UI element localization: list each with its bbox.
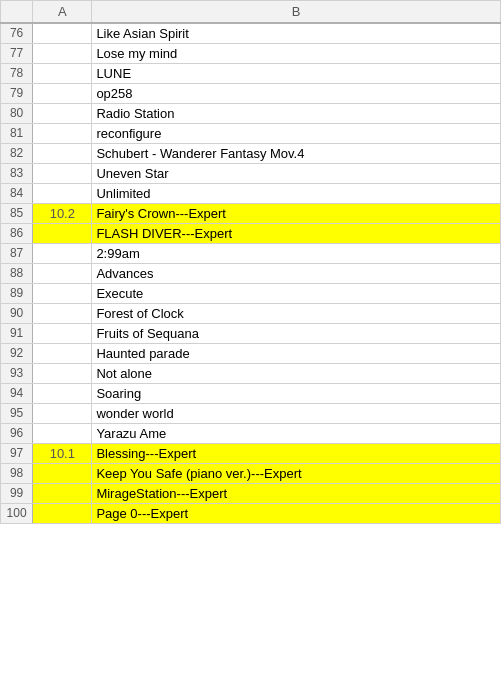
table-row: 86FLASH DIVER---Expert (1, 223, 501, 243)
cell-a[interactable] (33, 463, 92, 483)
table-row: 99MirageStation---Expert (1, 483, 501, 503)
table-row: 93Not alone (1, 363, 501, 383)
table-row: 91Fruits of Sequana (1, 323, 501, 343)
cell-b[interactable]: wonder world (92, 403, 501, 423)
row-number: 82 (1, 143, 33, 163)
row-number: 83 (1, 163, 33, 183)
cell-a[interactable] (33, 163, 92, 183)
cell-a[interactable] (33, 483, 92, 503)
table-row: 9710.1Blessing---Expert (1, 443, 501, 463)
cell-a[interactable] (33, 403, 92, 423)
table-row: 94Soaring (1, 383, 501, 403)
cell-b[interactable]: LUNE (92, 63, 501, 83)
cell-a[interactable] (33, 503, 92, 523)
row-number: 87 (1, 243, 33, 263)
row-number: 98 (1, 463, 33, 483)
row-number: 81 (1, 123, 33, 143)
cell-a[interactable] (33, 43, 92, 63)
cell-b[interactable]: Soaring (92, 383, 501, 403)
table-row: 80Radio Station (1, 103, 501, 123)
row-number: 100 (1, 503, 33, 523)
cell-a[interactable] (33, 283, 92, 303)
table-row: 8510.2Fairy's Crown---Expert (1, 203, 501, 223)
cell-a[interactable] (33, 363, 92, 383)
header-col-b[interactable]: B (92, 1, 501, 23)
table-row: 78LUNE (1, 63, 501, 83)
table-row: 96Yarazu Ame (1, 423, 501, 443)
cell-a[interactable] (33, 383, 92, 403)
header-col-a[interactable]: A (33, 1, 92, 23)
row-number: 96 (1, 423, 33, 443)
table-row: 79op258 (1, 83, 501, 103)
row-number: 97 (1, 443, 33, 463)
table-row: 83Uneven Star (1, 163, 501, 183)
cell-b[interactable]: Forest of Clock (92, 303, 501, 323)
table-row: 100Page 0---Expert (1, 503, 501, 523)
cell-b[interactable]: Blessing---Expert (92, 443, 501, 463)
cell-a[interactable] (33, 83, 92, 103)
row-number: 84 (1, 183, 33, 203)
cell-b[interactable]: Page 0---Expert (92, 503, 501, 523)
table-row: 95wonder world (1, 403, 501, 423)
cell-b[interactable]: Radio Station (92, 103, 501, 123)
cell-a[interactable] (33, 323, 92, 343)
cell-a[interactable] (33, 123, 92, 143)
cell-a[interactable] (33, 223, 92, 243)
table-row: 872:99am (1, 243, 501, 263)
cell-b[interactable]: Like Asian Spirit (92, 23, 501, 44)
row-number: 80 (1, 103, 33, 123)
cell-b[interactable]: Not alone (92, 363, 501, 383)
cell-a[interactable] (33, 103, 92, 123)
cell-a[interactable] (33, 63, 92, 83)
cell-b[interactable]: Fruits of Sequana (92, 323, 501, 343)
header-rownum (1, 1, 33, 23)
cell-b[interactable]: Yarazu Ame (92, 423, 501, 443)
row-number: 89 (1, 283, 33, 303)
cell-b[interactable]: Advances (92, 263, 501, 283)
row-number: 78 (1, 63, 33, 83)
row-number: 76 (1, 23, 33, 44)
cell-b[interactable]: Fairy's Crown---Expert (92, 203, 501, 223)
cell-b[interactable]: reconfigure (92, 123, 501, 143)
cell-b[interactable]: Lose my mind (92, 43, 501, 63)
cell-a[interactable]: 10.2 (33, 203, 92, 223)
cell-b[interactable]: MirageStation---Expert (92, 483, 501, 503)
cell-a[interactable]: 10.1 (33, 443, 92, 463)
cell-a[interactable] (33, 243, 92, 263)
cell-a[interactable] (33, 183, 92, 203)
row-number: 85 (1, 203, 33, 223)
row-number: 92 (1, 343, 33, 363)
table-row: 84Unlimited (1, 183, 501, 203)
row-number: 77 (1, 43, 33, 63)
cell-a[interactable] (33, 23, 92, 44)
row-number: 86 (1, 223, 33, 243)
table-row: 98Keep You Safe (piano ver.)---Expert (1, 463, 501, 483)
row-number: 91 (1, 323, 33, 343)
table-row: 88Advances (1, 263, 501, 283)
cell-b[interactable]: FLASH DIVER---Expert (92, 223, 501, 243)
table-row: 76Like Asian Spirit (1, 23, 501, 44)
cell-b[interactable]: Uneven Star (92, 163, 501, 183)
cell-b[interactable]: Schubert - Wanderer Fantasy Mov.4 (92, 143, 501, 163)
cell-b[interactable]: op258 (92, 83, 501, 103)
table-row: 77Lose my mind (1, 43, 501, 63)
cell-b[interactable]: Execute (92, 283, 501, 303)
cell-a[interactable] (33, 423, 92, 443)
cell-a[interactable] (33, 143, 92, 163)
row-number: 79 (1, 83, 33, 103)
table-row: 81reconfigure (1, 123, 501, 143)
cell-a[interactable] (33, 343, 92, 363)
table-row: 92Haunted parade (1, 343, 501, 363)
row-number: 94 (1, 383, 33, 403)
table-row: 89Execute (1, 283, 501, 303)
cell-b[interactable]: Keep You Safe (piano ver.)---Expert (92, 463, 501, 483)
cell-b[interactable]: Haunted parade (92, 343, 501, 363)
cell-b[interactable]: Unlimited (92, 183, 501, 203)
row-number: 93 (1, 363, 33, 383)
table-row: 90Forest of Clock (1, 303, 501, 323)
cell-b[interactable]: 2:99am (92, 243, 501, 263)
row-number: 99 (1, 483, 33, 503)
cell-a[interactable] (33, 263, 92, 283)
cell-a[interactable] (33, 303, 92, 323)
table-row: 82Schubert - Wanderer Fantasy Mov.4 (1, 143, 501, 163)
